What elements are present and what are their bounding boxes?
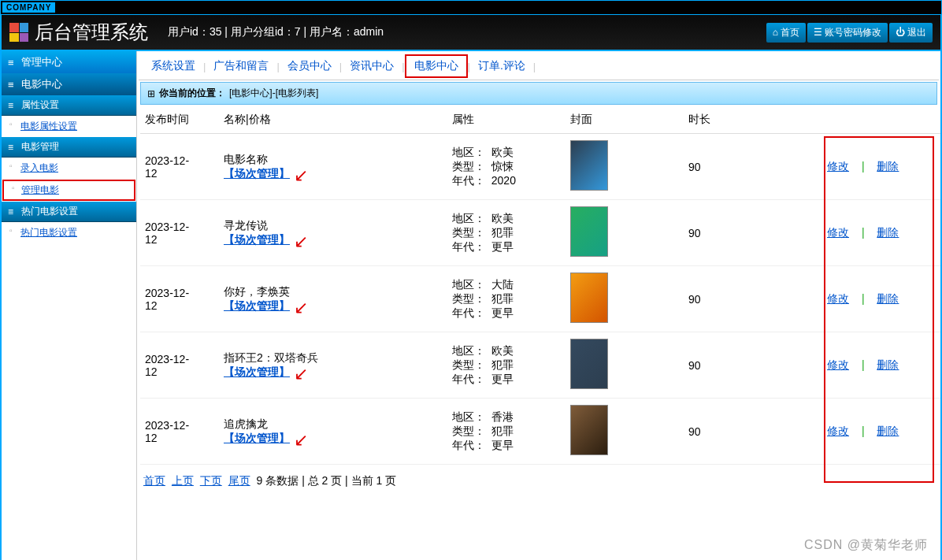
gear-icon [8, 57, 17, 69]
cell-actions: 修改 | 删除 [822, 332, 940, 399]
edit-link[interactable]: 修改 [827, 292, 849, 305]
movie-name: 电影名称 [224, 153, 443, 167]
col-attr: 属性 [447, 106, 566, 134]
action-separator: | [862, 425, 865, 437]
delete-link[interactable]: 删除 [877, 425, 899, 437]
poster-thumb [570, 206, 608, 257]
sidebar-center-title: 管理中心 [2, 51, 136, 73]
page-prev[interactable]: 上页 [172, 474, 194, 487]
table-row: 2023-12-12 寻龙传说 【场次管理】 ↙ 地区： 欧美 类型： 犯罪 年… [140, 200, 940, 266]
schedule-link[interactable]: 【场次管理】 [224, 365, 290, 378]
delete-link[interactable]: 删除 [877, 358, 899, 371]
cell-duration: 90 [684, 134, 822, 200]
table-row: 2023-12-12 电影名称 【场次管理】 ↙ 地区： 欧美 类型： 惊悚 年… [140, 134, 940, 200]
user-icon: ☰ [814, 27, 822, 38]
action-separator: | [862, 358, 865, 371]
cell-cover [566, 200, 684, 266]
cell-cover [566, 332, 684, 399]
sidebar: 管理中心 电影中心 属性设置 电影属性设置 电影管理 录入电影 管理电影 热门电… [2, 51, 137, 560]
tab-movie[interactable]: 电影中心 [405, 54, 468, 78]
logout-button[interactable]: ⏻退出 [889, 23, 933, 43]
schedule-link[interactable]: 【场次管理】 [224, 299, 290, 312]
page-next[interactable]: 下页 [200, 474, 222, 487]
cell-attr: 地区： 欧美 类型： 犯罪 年代： 更早 [447, 200, 566, 266]
home-button[interactable]: ⌂首页 [766, 23, 806, 43]
cell-name: 电影名称 【场次管理】 ↙ [219, 134, 447, 200]
logo-icon [9, 23, 28, 42]
company-tag: COMPANY [2, 2, 55, 13]
pagination: 首页 上页 下页 尾页 9 条数据 | 总 2 页 | 当前 1 页 [139, 466, 939, 496]
tab-member[interactable]: 会员中心 [280, 56, 339, 76]
cell-name: 指环王2：双塔奇兵 【场次管理】 ↙ [219, 332, 447, 399]
cell-time: 2023-12-12 [140, 266, 219, 332]
cell-name: 寻龙传说 【场次管理】 ↙ [219, 200, 447, 266]
col-name: 名称|价格 [219, 106, 447, 134]
tab-ads[interactable]: 广告和留言 [206, 56, 276, 76]
poster-thumb [570, 273, 608, 323]
edit-link[interactable]: 修改 [827, 358, 849, 371]
edit-link[interactable]: 修改 [827, 160, 849, 172]
delete-link[interactable]: 删除 [877, 292, 899, 305]
sidebar-item-add-movie[interactable]: 录入电影 [2, 158, 136, 179]
cell-time: 2023-12-12 [140, 332, 219, 399]
bars-icon [8, 100, 17, 111]
movie-name: 寻龙传说 [224, 219, 443, 233]
arrow-icon: ↙ [294, 165, 308, 186]
top-tabs: 系统设置| 广告和留言| 会员中心| 资讯中心| 电影中心| 订单.评论| [139, 53, 939, 80]
col-duration: 时长 [684, 106, 822, 134]
sidebar-module-title: 电影中心 [2, 73, 136, 95]
header-actions: ⌂首页 ☰账号密码修改 ⏻退出 [766, 23, 933, 43]
col-time: 发布时间 [140, 106, 219, 134]
bars-icon [8, 206, 17, 217]
col-cover: 封面 [566, 106, 684, 134]
tab-order[interactable]: 订单.评论 [470, 56, 533, 76]
breadcrumb: ⊞ 你当前的位置： [电影中心]-[电影列表] [140, 82, 937, 105]
tab-news[interactable]: 资讯中心 [342, 56, 402, 76]
movie-name: 你好，李焕英 [224, 285, 443, 299]
page-first[interactable]: 首页 [143, 474, 165, 487]
cell-actions: 修改 | 删除 [822, 399, 940, 465]
delete-link[interactable]: 删除 [877, 160, 899, 172]
poster-thumb [570, 140, 608, 191]
cell-attr: 地区： 欧美 类型： 犯罪 年代： 更早 [447, 332, 566, 399]
table-row: 2023-12-12 指环王2：双塔奇兵 【场次管理】 ↙ 地区： 欧美 类型：… [140, 332, 940, 399]
password-button[interactable]: ☰账号密码修改 [807, 23, 888, 43]
cell-duration: 90 [684, 399, 822, 465]
schedule-link[interactable]: 【场次管理】 [224, 167, 290, 180]
cell-duration: 90 [684, 200, 822, 266]
sidebar-item-hot-setting[interactable]: 热门电影设置 [2, 222, 136, 243]
cell-actions: 修改 | 删除 [822, 200, 940, 266]
edit-link[interactable]: 修改 [827, 226, 849, 239]
home-icon: ⌂ [773, 27, 778, 38]
page-info: 9 条数据 | 总 2 页 | 当前 1 页 [257, 474, 397, 487]
sidebar-item-attr-setting[interactable]: 电影属性设置 [2, 116, 136, 137]
cell-duration: 90 [684, 332, 822, 399]
arrow-icon: ↙ [294, 364, 308, 384]
edit-link[interactable]: 修改 [827, 425, 849, 437]
delete-link[interactable]: 删除 [877, 226, 899, 239]
poster-thumb [570, 339, 608, 389]
cell-actions: 修改 | 删除 [822, 266, 940, 332]
cell-name: 追虎擒龙 【场次管理】 ↙ [219, 399, 447, 465]
sidebar-item-manage-movie[interactable]: 管理电影 [2, 180, 135, 201]
cell-attr: 地区： 欧美 类型： 惊悚 年代： 2020 [447, 134, 566, 200]
movie-name: 追虎擒龙 [224, 417, 443, 432]
cell-attr: 地区： 大陆 类型： 犯罪 年代： 更早 [447, 266, 566, 332]
sidebar-section-attr[interactable]: 属性设置 [2, 95, 136, 116]
action-separator: | [862, 160, 865, 172]
cell-name: 你好，李焕英 【场次管理】 ↙ [219, 266, 447, 332]
action-separator: | [862, 226, 865, 239]
cell-attr: 地区： 香港 类型： 犯罪 年代： 更早 [447, 399, 566, 465]
cell-cover [566, 266, 684, 332]
arrow-icon: ↙ [294, 430, 308, 451]
sidebar-section-movie[interactable]: 电影管理 [2, 137, 136, 158]
sidebar-section-hot[interactable]: 热门电影设置 [2, 202, 136, 222]
schedule-link[interactable]: 【场次管理】 [224, 233, 290, 246]
page-last[interactable]: 尾页 [228, 474, 250, 487]
app-header: 后台管理系统 用户id：35 | 用户分组id：7 | 用户名：admin ⌂首… [0, 15, 942, 51]
table-row: 2023-12-12 你好，李焕英 【场次管理】 ↙ 地区： 大陆 类型： 犯罪… [140, 266, 940, 332]
tab-system[interactable]: 系统设置 [143, 56, 203, 76]
schedule-link[interactable]: 【场次管理】 [224, 432, 290, 444]
cell-cover [566, 134, 684, 200]
user-info: 用户id：35 | 用户分组id：7 | 用户名：admin [168, 25, 384, 39]
